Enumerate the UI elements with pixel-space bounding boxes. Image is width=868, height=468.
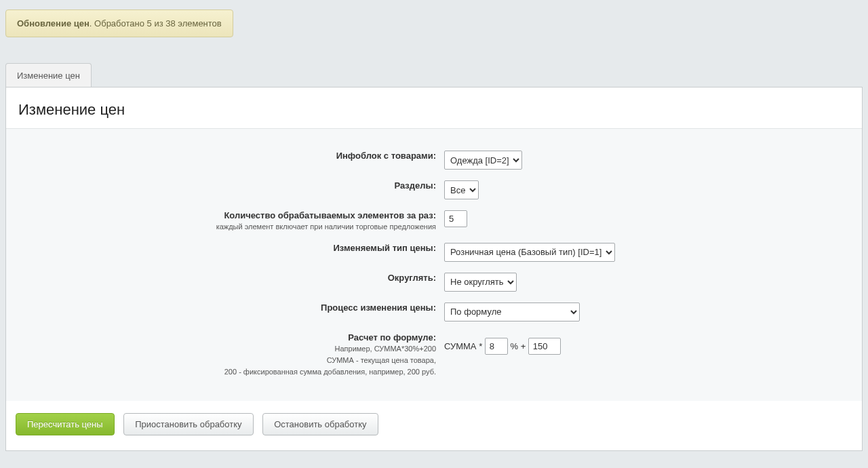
- label-round: Округлять:: [388, 273, 436, 283]
- select-sections[interactable]: Все: [444, 180, 479, 199]
- label-batch-sub: каждый элемент включает при наличии торг…: [24, 222, 436, 232]
- status-notice-text: . Обработано 5 из 38 элементов: [90, 18, 222, 28]
- page-title: Изменение цен: [18, 101, 862, 119]
- select-iblock[interactable]: Одежда [ID=2]: [444, 151, 522, 170]
- label-formula-sub1: Например, СУММА*30%+200: [24, 344, 436, 354]
- select-round[interactable]: Не округлять: [444, 273, 517, 292]
- input-formula-percent[interactable]: [485, 338, 508, 355]
- recalculate-button[interactable]: Пересчитать цены: [16, 413, 115, 435]
- tab-label: Изменение цен: [17, 71, 80, 81]
- select-pricetype[interactable]: Розничная цена (Базовый тип) [ID=1]: [444, 243, 615, 262]
- status-notice-title: Обновление цен: [17, 18, 90, 28]
- formula-mid: % +: [510, 341, 526, 351]
- pause-button[interactable]: Приостановить обработку: [123, 413, 253, 435]
- label-pricetype: Изменяемый тип цены:: [334, 243, 436, 253]
- status-notice: Обновление цен. Обработано 5 из 38 элеме…: [5, 9, 233, 37]
- label-formula-sub2: СУММА - текущая цена товара,: [24, 355, 436, 366]
- select-process[interactable]: По формуле: [444, 303, 580, 321]
- label-iblock: Инфоблок с товарами:: [336, 151, 436, 161]
- formula-prefix: СУММА *: [444, 341, 482, 351]
- label-formula-sub3: 200 - фиксированная сумма добавления, на…: [24, 367, 436, 377]
- label-process: Процесс изменения цены:: [321, 303, 436, 313]
- form-area: Инфоблок с товарами: Одежда [ID=2] Разде…: [6, 128, 862, 401]
- tab-price-change[interactable]: Изменение цен: [5, 63, 92, 87]
- label-sections: Разделы:: [394, 180, 436, 191]
- label-formula: Расчет по формуле:: [348, 332, 436, 343]
- label-batch: Количество обрабатываемых элементов за р…: [224, 210, 436, 220]
- input-formula-add[interactable]: [528, 338, 561, 355]
- input-batch-size[interactable]: [444, 210, 467, 227]
- panel-price-change: Изменение цен Инфоблок с товарами: Одежд…: [5, 87, 863, 451]
- stop-button[interactable]: Остановить обработку: [262, 413, 378, 435]
